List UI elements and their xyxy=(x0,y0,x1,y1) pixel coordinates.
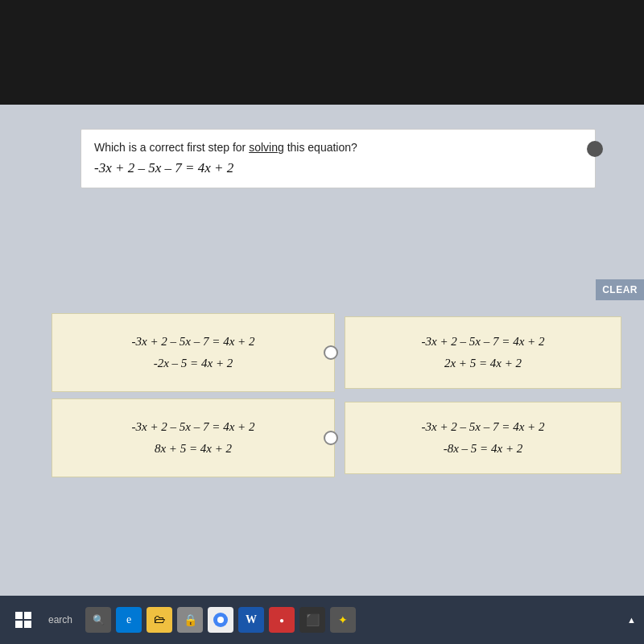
answer-d-wrapper: -3x + 2 – 5x – 7 = 4x + 2 -8x – 5 = 4x +… xyxy=(341,398,625,477)
taskbar-icon-dot1[interactable]: ● xyxy=(269,607,295,633)
answer-card-b[interactable]: -3x + 2 – 5x – 7 = 4x + 2 2x + 5 = 4x + … xyxy=(345,316,621,389)
clear-button[interactable]: CLEAR xyxy=(596,279,644,300)
answers-grid: -3x + 2 – 5x – 7 = 4x + 2 -2x – 5 = 4x +… xyxy=(48,310,628,481)
answer-card-d[interactable]: -3x + 2 – 5x – 7 = 4x + 2 -8x – 5 = 4x +… xyxy=(345,402,621,474)
taskbar-icon-star[interactable]: ✦ xyxy=(330,607,356,633)
search-label: earch xyxy=(48,614,72,625)
answer-b-radio-container xyxy=(324,345,338,360)
question-box: Which is a correct first step for solvin… xyxy=(80,129,596,188)
answer-c-line1: -3x + 2 – 5x – 7 = 4x + 2 xyxy=(132,420,255,434)
taskbar-icon-lock[interactable]: 🔒 xyxy=(177,607,203,633)
answer-b-line2: 2x + 5 = 4x + 2 xyxy=(444,357,522,370)
answer-b-line1: -3x + 2 – 5x – 7 = 4x + 2 xyxy=(422,335,545,349)
taskbar-icon-chrome[interactable] xyxy=(208,607,233,633)
underline-solving: solving xyxy=(249,141,284,154)
sys-tray-time: ▲ xyxy=(627,615,636,625)
indicator-dot xyxy=(587,141,603,157)
svg-point-1 xyxy=(217,617,224,623)
sys-tray: ▲ xyxy=(627,615,636,625)
answer-card-c[interactable]: -3x + 2 – 5x – 7 = 4x + 2 8x + 5 = 4x + … xyxy=(52,398,335,477)
question-prompt: Which is a correct first step for solvin… xyxy=(94,141,582,154)
answer-a-line2: -2x – 5 = 4x + 2 xyxy=(154,357,233,370)
taskbar-icon-edge[interactable]: e xyxy=(116,607,142,633)
answer-d-radio[interactable] xyxy=(324,431,338,445)
start-button[interactable] xyxy=(8,605,39,635)
answer-b-radio[interactable] xyxy=(324,345,338,360)
answer-b-wrapper: -3x + 2 – 5x – 7 = 4x + 2 2x + 5 = 4x + … xyxy=(341,313,625,392)
main-equation: -3x + 2 – 5x – 7 = 4x + 2 xyxy=(94,160,582,176)
windows-logo-icon xyxy=(15,612,31,628)
taskbar-icon-misc[interactable]: ⬛ xyxy=(299,607,325,633)
answer-c-line2: 8x + 5 = 4x + 2 xyxy=(155,442,232,456)
taskbar-icon-folder[interactable]: 🗁 xyxy=(147,607,172,633)
answer-card-a[interactable]: -3x + 2 – 5x – 7 = 4x + 2 -2x – 5 = 4x +… xyxy=(52,313,335,392)
screen-area: Which is a correct first step for solvin… xyxy=(0,105,644,596)
answer-a-line1: -3x + 2 – 5x – 7 = 4x + 2 xyxy=(132,335,255,349)
answer-d-line1: -3x + 2 – 5x – 7 = 4x + 2 xyxy=(422,420,545,434)
taskbar: earch 🔍 e 🗁 🔒 W ● ⬛ ✦ ▲ xyxy=(0,596,644,644)
answer-d-line2: -8x – 5 = 4x + 2 xyxy=(444,442,523,456)
answer-d-radio-container xyxy=(324,431,338,445)
taskbar-icon-word[interactable]: W xyxy=(238,607,264,633)
taskbar-icon-search[interactable]: 🔍 xyxy=(85,607,111,633)
